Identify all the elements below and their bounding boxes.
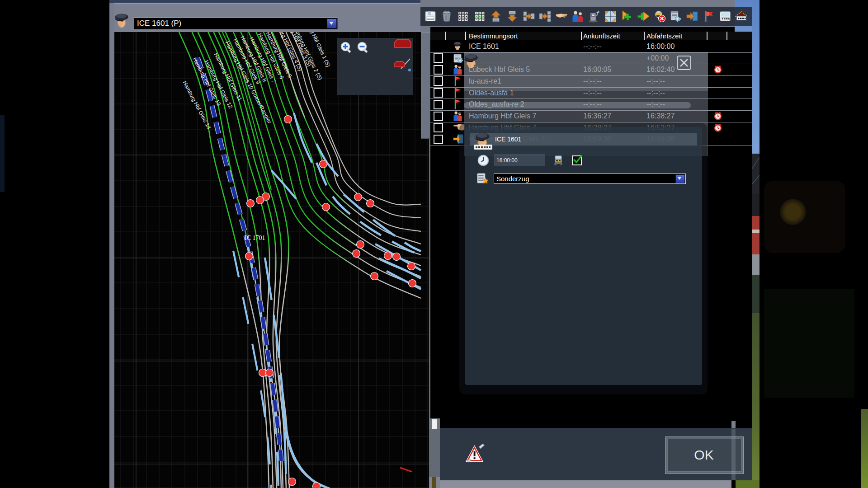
svg-text:IC 1701: IC 1701 — [245, 235, 265, 241]
